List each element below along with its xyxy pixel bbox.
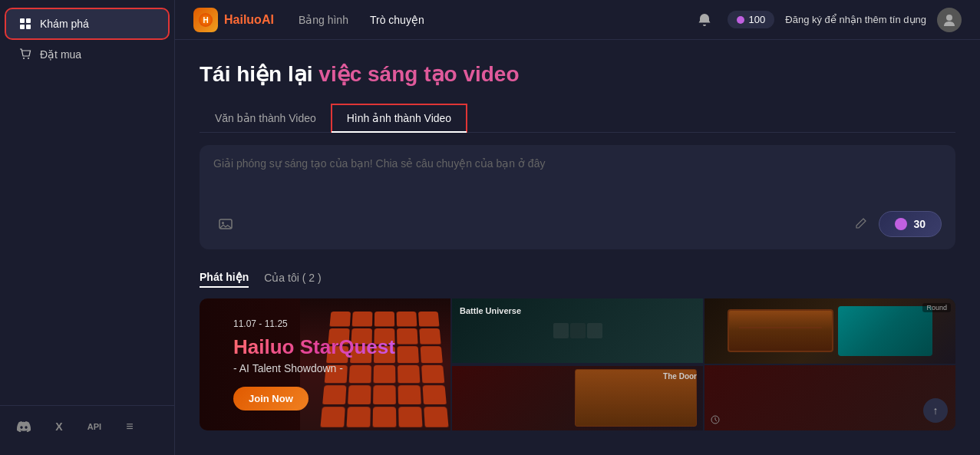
input-toolbar: 30: [213, 211, 942, 237]
round-label: Round: [922, 303, 951, 312]
discord-icon[interactable]: [12, 415, 35, 438]
credits-value: 100: [749, 14, 766, 25]
input-area: Giải phóng sự sáng tạo của bạn! Chia sẻ …: [200, 145, 955, 249]
nav-links: Bảng hình Trò chuyện: [299, 11, 424, 29]
sidebar-item-explore-label: Khám phá: [40, 18, 89, 30]
signup-button[interactable]: Đăng ký để nhận thêm tín dụng: [785, 14, 926, 25]
logo[interactable]: H HailuoAI: [193, 8, 274, 32]
svg-point-10: [222, 222, 224, 224]
video-card-the-door[interactable]: The Door: [452, 366, 703, 430]
banner-title-line1: Hailuo StarQuest: [233, 335, 417, 359]
tab-bar: Văn bản thành Video Hình ảnh thành Video: [200, 104, 955, 133]
generate-cost: 30: [913, 218, 926, 230]
logo-text: HailuoAI: [224, 13, 274, 27]
join-now-button[interactable]: Join Now: [233, 387, 309, 410]
svg-text:H: H: [203, 16, 208, 25]
api-icon[interactable]: API: [83, 415, 106, 438]
main-content: H HailuoAI Bảng hình Trò chuyện 100 Đăng…: [175, 0, 980, 455]
video-card-cabinet[interactable]: Round: [704, 298, 955, 364]
generate-button[interactable]: 30: [879, 211, 942, 237]
section-tab-mine[interactable]: Của tôi ( 2 ): [264, 269, 321, 287]
sidebar-item-explore[interactable]: Khám phá: [6, 9, 168, 38]
sidebar-item-purchase[interactable]: Đặt mua: [6, 40, 168, 69]
svg-point-8: [946, 15, 952, 21]
credits-badge[interactable]: 100: [728, 11, 775, 28]
banner-date: 11.07 - 11.25: [233, 318, 417, 329]
svg-rect-2: [20, 25, 25, 29]
video-date-badge: [711, 414, 722, 424]
user-avatar[interactable]: [937, 8, 962, 32]
edit-icon-button[interactable]: [848, 212, 873, 236]
video-card-bottom-right[interactable]: [704, 365, 955, 430]
video-grid: 11.07 - 11.25 Hailuo StarQuest - AI Tale…: [200, 298, 955, 430]
menu-icon[interactable]: ≡: [118, 415, 141, 438]
nav-link-chat[interactable]: Trò chuyện: [370, 11, 424, 29]
video-card-battle-universe[interactable]: Battle Universe: [452, 298, 703, 363]
cart-icon: [18, 48, 32, 61]
svg-point-11: [898, 220, 905, 227]
topnav: H HailuoAI Bảng hình Trò chuyện 100 Đăng…: [175, 0, 980, 40]
banner-subtitle: - AI Talent Showdown -: [233, 362, 417, 374]
scroll-to-top-button[interactable]: ↑: [923, 398, 948, 423]
sidebar-item-purchase-label: Đặt mua: [40, 48, 81, 61]
banner-card[interactable]: 11.07 - 11.25 Hailuo StarQuest - AI Tale…: [200, 298, 450, 430]
nav-link-gallery[interactable]: Bảng hình: [299, 11, 348, 29]
page-content: Tái hiện lại việc sáng tạo video Văn bản…: [175, 40, 980, 455]
svg-point-4: [23, 58, 25, 59]
nav-right: 100 Đăng ký để nhận thêm tín dụng: [692, 8, 962, 32]
sidebar-bottom: X API ≡: [0, 405, 174, 447]
section-tabs: Phát hiện Của tôi ( 2 ): [200, 268, 955, 288]
input-placeholder-text[interactable]: Giải phóng sự sáng tạo của bạn! Chia sẻ …: [213, 157, 942, 196]
logo-icon: H: [193, 8, 218, 32]
svg-rect-0: [20, 18, 25, 23]
svg-rect-3: [26, 25, 31, 29]
tab-text-to-video[interactable]: Văn bản thành Video: [200, 104, 332, 132]
sidebar: Khám phá Đặt mua X API ≡: [0, 0, 175, 455]
svg-rect-1: [26, 18, 31, 23]
sidebar-nav: Khám phá Đặt mua: [0, 8, 174, 405]
page-title: Tái hiện lại việc sáng tạo video: [200, 61, 955, 87]
battle-universe-label: Battle Universe: [460, 306, 521, 315]
coin-icon: [895, 218, 907, 230]
svg-point-5: [28, 58, 29, 59]
grid-icon: [18, 17, 32, 31]
tab-image-to-video[interactable]: Hình ảnh thành Video: [332, 104, 467, 132]
image-upload-button[interactable]: [213, 212, 238, 236]
bell-icon[interactable]: [692, 8, 717, 32]
credits-dot-icon: [737, 16, 744, 24]
twitter-x-icon[interactable]: X: [48, 415, 71, 438]
section-tab-discover[interactable]: Phát hiện: [200, 268, 249, 288]
the-door-label: The Door: [663, 372, 697, 381]
